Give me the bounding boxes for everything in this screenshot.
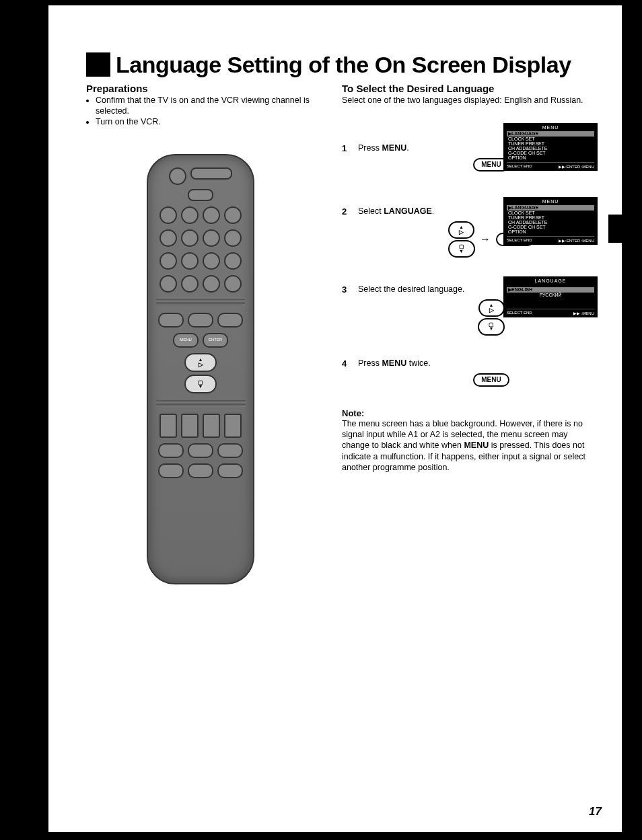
step-text-post: twice. (406, 358, 430, 368)
digit-3 (203, 206, 220, 224)
digit-2 (181, 206, 199, 224)
note-body: The menu screen has a blue background. H… (342, 418, 598, 473)
transport-4 (158, 463, 184, 478)
minus-button (224, 275, 242, 293)
page-edge-left (0, 0, 48, 840)
osd-screen-language: LANGUAGE ▶ENGLISH РУССКИЙ SELECT END ▶▶ … (503, 276, 598, 317)
ant-out-button (188, 189, 213, 201)
transport-2 (188, 443, 213, 458)
step-text-pre: Select (358, 206, 384, 216)
remote-body: MENU ENTER (147, 154, 254, 584)
small-oval-2 (188, 313, 213, 328)
osd-footer-left: SELECT END (507, 164, 532, 169)
small-oval-3 (217, 313, 243, 328)
osd-item: G-CODE CH SET (507, 151, 594, 155)
step-text-post: . (406, 143, 408, 153)
on-button (203, 414, 220, 438)
enter-button-remote: ENTER (203, 333, 228, 348)
left-column: Preparations Confirm that the TV is on a… (86, 83, 328, 584)
step-text-bold: LANGUAGE (384, 206, 432, 216)
transport-6 (217, 463, 243, 478)
digit-4 (159, 229, 177, 247)
menu-key-icon: MENU (473, 373, 509, 387)
step-number: 2 (342, 206, 351, 217)
right-column: Setting Up To Select the Desired Languag… (342, 83, 598, 584)
step-text-pre: Press (358, 358, 382, 368)
osd-item: TUNER PRESET (507, 215, 594, 220)
step-text-pre: Press (358, 143, 382, 153)
transport-5 (188, 463, 213, 478)
transport-3 (217, 443, 243, 458)
remote-control-illustration: MENU ENTER (147, 154, 254, 584)
ch-button (159, 414, 177, 438)
cursor-down (184, 375, 217, 393)
osd-item: РУССКИЙ (507, 293, 594, 297)
osd-highlighted-item: ▶LANGUAGE (507, 205, 594, 211)
osd-highlighted-item: ▶LANGUAGE (507, 131, 594, 137)
osd-footer-left: SELECT END (507, 311, 532, 315)
title-row: Language Setting of the On Screen Displa… (86, 52, 598, 77)
columns: Preparations Confirm that the TV is on a… (86, 83, 598, 584)
preparations-item: Confirm that the TV is on and the VCR vi… (96, 96, 328, 116)
osd-title: LANGUAGE (507, 278, 594, 283)
osd-item: G-CODE CH SET (507, 225, 594, 229)
osd-item: OPTION (507, 229, 594, 234)
osd-item: CLOCK SET (507, 211, 594, 215)
osd-footer-left: SELECT END (507, 238, 532, 243)
off-button (224, 414, 242, 438)
step-number: 3 (342, 284, 351, 295)
page-edge-top (0, 0, 642, 5)
osd-item: CLOCK SET (507, 137, 594, 141)
step-text-bold: MENU (382, 358, 406, 368)
digit-1 (159, 206, 177, 224)
osd-item: CH ADD&DELETE (507, 220, 594, 225)
note-part-bold: MENU (464, 441, 489, 450)
manual-page: Language Setting of the On Screen Displa… (0, 0, 642, 840)
section-tab-icon (608, 215, 629, 243)
page-number: 17 (589, 805, 602, 818)
osd-footer-right: ▶▶ :MENU (573, 311, 594, 315)
digit-0 (181, 275, 199, 293)
step-number: 4 (342, 358, 351, 369)
osd-footer: SELECT END ▶▶:ENTER :MENU (507, 162, 594, 169)
step-4: 4 Press MENU twice. MENU (342, 358, 598, 389)
digit-9 (203, 252, 220, 270)
preparations-heading: Preparations (86, 83, 328, 94)
select-language-intro: Select one of the two languages displaye… (342, 96, 598, 106)
cursor-down-key-icon (448, 240, 475, 257)
step-text-pre: Select the desired language. (358, 284, 464, 294)
menu-button-remote: MENU (173, 333, 199, 348)
osd-footer: SELECT END ▶▶ :MENU (507, 309, 594, 315)
date-button (181, 414, 199, 438)
cursor-down-key-icon (478, 318, 505, 335)
transport-1 (158, 443, 184, 458)
digit-5 (181, 229, 199, 247)
osd-item: CH ADD&DELETE (507, 146, 594, 151)
select-language-heading: To Select the Desired Language (342, 83, 598, 94)
cursor-up-key-icon (448, 221, 474, 239)
note-title: Note: (342, 408, 598, 418)
osd-footer-right: ▶▶:ENTER :MENU (559, 164, 594, 169)
note-block: Note: The menu screen has a blue backgro… (342, 408, 598, 473)
power-button (169, 167, 186, 185)
page-edge-bottom (0, 832, 642, 840)
channel-down (224, 229, 242, 247)
plus-minus (203, 275, 220, 293)
osd-title: MENU (507, 125, 594, 130)
channel-up (224, 206, 242, 224)
digit-7 (159, 252, 177, 270)
osd-screen-menu-2: MENU ▶LANGUAGE CLOCK SET TUNER PRESET CH… (503, 197, 598, 245)
step-text-bold: MENU (382, 143, 406, 153)
osd-item: OPTION (507, 155, 594, 160)
osd-screen-menu-1: MENU ▶LANGUAGE CLOCK SET TUNER PRESET CH… (503, 123, 598, 171)
step-text-post: . (432, 206, 434, 216)
digit-6 (203, 229, 220, 247)
step-text: Press MENU twice. MENU (358, 358, 598, 389)
step-icons: MENU (385, 373, 598, 387)
content-area: Language Setting of the On Screen Displa… (86, 52, 598, 584)
arrow-right-icon: → (480, 233, 491, 245)
title-bullet-icon (86, 52, 110, 77)
digit-8 (181, 252, 199, 270)
misc-button (159, 275, 177, 293)
preparations-item: Turn on the VCR. (96, 117, 328, 128)
